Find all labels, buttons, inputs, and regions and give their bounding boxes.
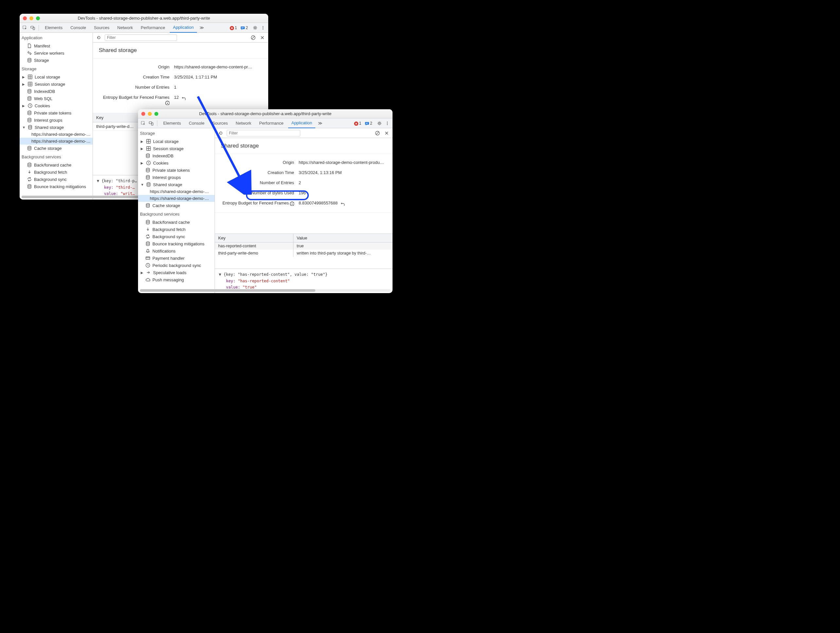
expand-arrow-icon[interactable]: ▶ — [22, 104, 25, 107]
sidebar-bounce-tracking[interactable]: Bounce tracking mitigations — [20, 183, 93, 190]
expand-arrow-icon[interactable]: ▶ — [141, 140, 144, 143]
expand-arrow-icon[interactable]: ▼ — [97, 178, 101, 183]
tabs-overflow-icon[interactable]: ≫ — [317, 121, 324, 126]
more-menu-icon[interactable] — [384, 120, 390, 126]
sidebar-indexeddb[interactable]: IndexedDB — [138, 152, 215, 159]
sidebar-back-forward-cache[interactable]: Back/forward cache — [138, 218, 215, 226]
sidebar-shared-origin-1[interactable]: https://shared-storage-demo-… — [20, 131, 93, 138]
errors-badge[interactable]: 1 — [229, 25, 237, 30]
sidebar-local-storage[interactable]: ▶Local storage — [138, 138, 215, 145]
sidebar-session-storage[interactable]: ▶Session storage — [138, 145, 215, 152]
info-icon[interactable] — [165, 100, 169, 105]
expand-arrow-icon[interactable]: ▶ — [141, 161, 144, 165]
sidebar-bg-fetch[interactable]: Background fetch — [20, 169, 93, 176]
sidebar-service-workers[interactable]: Service workers — [20, 49, 93, 57]
sidebar-shared-storage[interactable]: ▼Shared storage — [138, 181, 215, 188]
settings-icon[interactable] — [252, 25, 258, 31]
tab-application[interactable]: Application — [288, 118, 316, 128]
close-window-icon[interactable] — [23, 16, 27, 20]
application-sidebar[interactable]: Application Manifest Service workers Sto… — [20, 33, 93, 200]
sidebar-cache-storage[interactable]: Cache storage — [20, 145, 93, 152]
expand-arrow-icon[interactable]: ▶ — [22, 82, 25, 86]
sidebar-interest-groups[interactable]: Interest groups — [138, 174, 215, 181]
messages-badge[interactable]: 2 — [240, 25, 248, 30]
sidebar-indexeddb[interactable]: IndexedDB — [20, 88, 93, 95]
table-row[interactable]: third-party-write-demo written into thir… — [215, 249, 393, 257]
close-window-icon[interactable] — [141, 112, 145, 116]
minimize-window-icon[interactable] — [30, 16, 33, 20]
sidebar-notifications[interactable]: Notifications — [138, 247, 215, 254]
key-column-header[interactable]: Key — [215, 234, 294, 242]
scrollbar[interactable] — [140, 289, 215, 292]
sidebar-shared-origin-2[interactable]: https://shared-storage-demo-… — [20, 138, 93, 145]
tab-console[interactable]: Console — [67, 23, 89, 33]
device-toggle-icon[interactable] — [30, 25, 36, 31]
settings-icon[interactable] — [376, 120, 383, 126]
sidebar-shared-origin-1[interactable]: https://shared-storage-demo-… — [138, 188, 215, 195]
sidebar-shared-origin-2[interactable]: https://shared-storage-demo-… — [138, 195, 215, 202]
tab-network[interactable]: Network — [232, 118, 255, 128]
sidebar-websql[interactable]: Web SQL — [20, 95, 93, 102]
reset-budget-icon[interactable] — [181, 96, 186, 100]
sidebar-private-tokens[interactable]: Private state tokens — [20, 109, 93, 117]
sidebar-cache-storage[interactable]: Cache storage — [138, 202, 215, 209]
sidebar-periodic-sync[interactable]: Periodic background sync — [138, 262, 215, 269]
tabs-overflow-icon[interactable]: ≫ — [198, 25, 205, 30]
tab-application[interactable]: Application — [170, 23, 197, 33]
expand-arrow-icon[interactable]: ▶ — [141, 271, 144, 275]
tab-sources[interactable]: Sources — [91, 23, 113, 33]
expand-arrow-icon[interactable]: ▶ — [22, 75, 25, 79]
filter-input[interactable] — [227, 130, 300, 136]
clear-filter-icon[interactable] — [374, 130, 381, 136]
value-column-header[interactable]: Value — [294, 234, 393, 242]
sidebar-interest-groups[interactable]: Interest groups — [20, 117, 93, 124]
sidebar-bg-sync[interactable]: Background sync — [138, 233, 215, 240]
tab-console[interactable]: Console — [185, 118, 208, 128]
info-icon[interactable] — [289, 201, 294, 206]
more-menu-icon[interactable] — [260, 25, 266, 31]
sidebar-bg-sync[interactable]: Background sync — [20, 176, 93, 183]
tab-sources[interactable]: Sources — [209, 118, 231, 128]
sidebar-cookies[interactable]: ▶Cookies — [20, 102, 93, 109]
close-icon[interactable] — [384, 130, 390, 136]
sidebar-private-tokens[interactable]: Private state tokens — [138, 167, 215, 174]
expand-arrow-icon[interactable]: ▶ — [141, 147, 144, 150]
sidebar-shared-storage[interactable]: ▼Shared storage — [20, 124, 93, 131]
messages-badge[interactable]: 2 — [365, 121, 372, 126]
tab-elements[interactable]: Elements — [41, 23, 66, 33]
application-sidebar[interactable]: Storage ▶Local storage ▶Session storage … — [138, 128, 215, 293]
sidebar-payment-handler[interactable]: Payment handler — [138, 254, 215, 262]
table-row[interactable]: has-reported-content true — [215, 242, 393, 249]
tab-performance[interactable]: Performance — [137, 23, 168, 33]
errors-badge[interactable]: 1 — [354, 121, 362, 126]
collapse-arrow-icon[interactable]: ▼ — [141, 183, 144, 186]
titlebar[interactable]: DevTools - shared-storage-demo-publisher… — [20, 14, 268, 23]
close-icon[interactable] — [259, 34, 265, 41]
tab-elements[interactable]: Elements — [160, 118, 184, 128]
scrollbar[interactable] — [22, 196, 93, 198]
zoom-window-icon[interactable] — [36, 16, 40, 20]
clear-filter-icon[interactable] — [250, 34, 256, 41]
sidebar-local-storage[interactable]: ▶Local storage — [20, 73, 93, 81]
sidebar-back-forward-cache[interactable]: Back/forward cache — [20, 161, 93, 169]
inspect-element-icon[interactable] — [140, 120, 147, 126]
reset-budget-icon[interactable] — [340, 201, 345, 206]
sidebar-bounce-tracking[interactable]: Bounce tracking mitigations — [138, 240, 215, 247]
tab-network[interactable]: Network — [114, 23, 136, 33]
inspect-element-icon[interactable] — [22, 25, 28, 31]
titlebar[interactable]: DevTools - shared-storage-demo-publisher… — [138, 109, 393, 118]
sidebar-push-messaging[interactable]: Push messaging — [138, 276, 215, 283]
zoom-window-icon[interactable] — [155, 112, 158, 116]
minimize-window-icon[interactable] — [148, 112, 152, 116]
sidebar-speculative-loads[interactable]: ▶Speculative loads — [138, 269, 215, 276]
sidebar-cookies[interactable]: ▶Cookies — [138, 159, 215, 167]
tab-performance[interactable]: Performance — [256, 118, 287, 128]
sidebar-session-storage[interactable]: ▶Session storage — [20, 81, 93, 88]
collapse-arrow-icon[interactable]: ▼ — [22, 126, 25, 129]
sidebar-bg-fetch[interactable]: Background fetch — [138, 226, 215, 233]
filter-input[interactable] — [105, 34, 177, 41]
expand-arrow-icon[interactable]: ▼ — [219, 272, 223, 277]
refresh-icon[interactable] — [96, 34, 102, 41]
refresh-icon[interactable] — [218, 130, 224, 136]
sidebar-storage[interactable]: Storage — [20, 57, 93, 64]
